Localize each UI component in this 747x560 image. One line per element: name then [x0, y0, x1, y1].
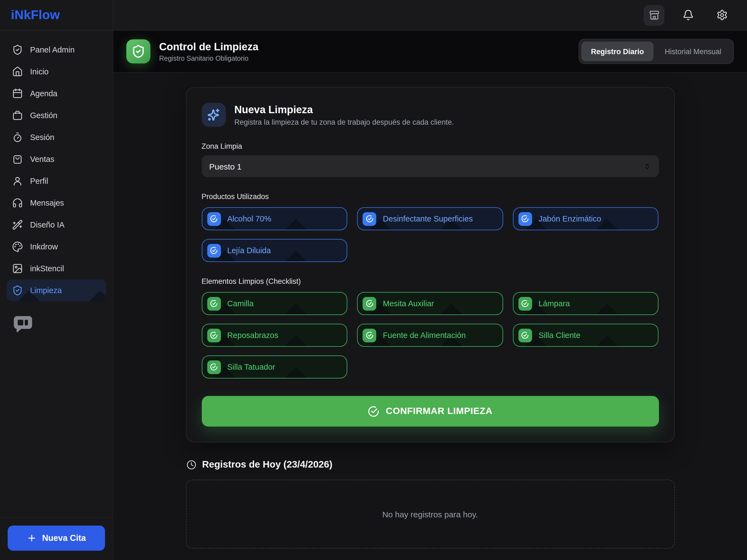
sparkles-icon	[206, 107, 221, 122]
store-icon	[648, 9, 660, 21]
checklist-chip[interactable]: Reposabrazos	[202, 324, 347, 347]
shield-check-icon	[12, 44, 23, 55]
nueva-limpieza-card: Nueva Limpieza Registra la limpieza de t…	[186, 87, 674, 442]
check-circle-icon	[363, 297, 376, 310]
timer-icon	[12, 132, 23, 143]
app-logo: iNkFlow	[11, 8, 60, 22]
product-chip-label: Alcohol 70%	[227, 214, 271, 223]
sidebar-item-agenda[interactable]: Agenda	[6, 82, 106, 104]
sidebar-item-label: Sesión	[30, 133, 54, 142]
checklist-chip-label: Silla Tatuador	[227, 362, 275, 371]
confirmar-limpieza-button[interactable]: CONFIRMAR LIMPIEZA	[202, 396, 659, 427]
check-circle-icon	[518, 212, 532, 226]
page-title: Control de Limpieza	[159, 41, 258, 53]
productos-grid: Alcohol 70% Desinfectante Superficies Ja…	[202, 207, 659, 262]
check-circle-icon	[207, 360, 221, 374]
page-header-titles: Control de Limpieza Registro Sanitario O…	[159, 41, 258, 62]
sidebar-item-inkstencil[interactable]: inkStencil	[6, 258, 106, 279]
registros-header: Registros de Hoy (23/4/2026)	[186, 459, 674, 470]
check-circle-icon	[368, 405, 380, 417]
user-icon	[12, 176, 23, 186]
clock-icon	[186, 459, 197, 470]
checklist-chip[interactable]: Mesita Auxiliar	[357, 292, 503, 315]
image-icon	[12, 263, 23, 274]
product-chip[interactable]: Alcohol 70%	[202, 207, 347, 230]
checklist-chip[interactable]: Fuente de Alimentación	[357, 324, 503, 347]
wand-sparkles-icon	[12, 219, 23, 230]
page-icon-tile	[126, 40, 150, 63]
notifications-button[interactable]	[677, 5, 698, 25]
sidebar-nav: Panel Admin Inicio Agenda Gestión Sesión…	[0, 31, 113, 301]
product-chip-label: Lejía Diluida	[227, 246, 271, 255]
settings-button[interactable]	[712, 5, 732, 25]
plus-icon	[27, 533, 36, 543]
chat-widget-button[interactable]	[12, 313, 34, 335]
sidebar-item-perfil[interactable]: Perfil	[6, 170, 106, 192]
check-circle-icon	[207, 297, 221, 310]
bell-icon	[682, 9, 694, 21]
nueva-cita-button[interactable]: Nueva Cita	[8, 526, 105, 551]
checklist-label: Elementos Limpios (Checklist)	[202, 277, 659, 285]
sidebar-item-limpieza[interactable]: Limpieza	[6, 279, 106, 301]
check-circle-icon	[363, 212, 376, 226]
registros-empty-box: No hay registros para hoy.	[186, 480, 674, 549]
sidebar-item-label: Panel Admin	[30, 45, 75, 54]
sidebar-item-label: Diseño IA	[30, 221, 65, 229]
sidebar-item-label: Limpieza	[30, 286, 62, 295]
check-circle-icon	[207, 328, 221, 342]
sidebar-item-label: inkStencil	[30, 264, 64, 273]
checklist-chip-label: Lámpara	[539, 299, 570, 308]
content: Nueva Limpieza Registra la limpieza de t…	[113, 73, 747, 560]
sidebar-item-ventas[interactable]: Ventas	[6, 148, 106, 170]
sidebar-item-gestion[interactable]: Gestión	[6, 104, 106, 126]
product-chip[interactable]: Desinfectante Superficies	[357, 207, 503, 230]
zona-limpia-select[interactable]: Puesto 1	[202, 155, 659, 177]
sidebar-item-inicio[interactable]: Inicio	[6, 61, 106, 82]
page-header: Control de Limpieza Registro Sanitario O…	[113, 31, 747, 73]
tab-registro-diario[interactable]: Registro Diario	[581, 42, 654, 61]
checklist-chip-label: Fuente de Alimentación	[383, 331, 466, 339]
registros-section: Registros de Hoy (23/4/2026) No hay regi…	[186, 459, 674, 549]
registros-title: Registros de Hoy (23/4/2026)	[202, 459, 333, 470]
sidebar-item-diseno-ia[interactable]: Diseño IA	[6, 214, 106, 236]
shield-check-icon	[12, 285, 23, 296]
store-button[interactable]	[644, 5, 664, 25]
sparkles-tile	[202, 103, 226, 127]
sidebar-item-sesion[interactable]: Sesión	[6, 126, 106, 148]
sidebar-footer: Nueva Cita	[0, 517, 113, 560]
sidebar-item-panel-admin[interactable]: Panel Admin	[6, 39, 106, 61]
gear-icon	[716, 9, 728, 21]
tab-historial-mensual[interactable]: Historial Mensual	[655, 42, 731, 61]
main-area: Control de Limpieza Registro Sanitario O…	[113, 0, 747, 560]
checklist-chip-label: Camilla	[227, 299, 254, 308]
product-chip[interactable]: Jabón Enzimático	[513, 207, 659, 230]
shopping-bag-icon	[12, 154, 23, 164]
confirmar-limpieza-label: CONFIRMAR LIMPIEZA	[386, 406, 492, 417]
check-circle-icon	[207, 244, 221, 257]
checklist-chip-label: Reposabrazos	[227, 331, 278, 339]
checklist-chip[interactable]: Camilla	[202, 292, 347, 315]
sidebar: iNkFlow Panel Admin Inicio Agenda Gestió…	[0, 0, 113, 560]
product-chip-label: Desinfectante Superficies	[383, 214, 473, 223]
checklist-chip[interactable]: Lámpara	[513, 292, 659, 315]
palette-icon	[12, 241, 23, 252]
sidebar-item-label: Inkdrow	[30, 242, 58, 251]
card-subtitle: Registra la limpieza de tu zona de traba…	[234, 118, 454, 126]
card-title: Nueva Limpieza	[234, 104, 454, 116]
sidebar-item-mensajes[interactable]: Mensajes	[6, 192, 106, 214]
checklist-chip[interactable]: Silla Tatuador	[202, 355, 347, 378]
checklist-chip[interactable]: Silla Cliente	[513, 324, 659, 347]
logo-box: iNkFlow	[0, 0, 113, 31]
view-toggle: Registro Diario Historial Mensual	[578, 39, 734, 64]
check-circle-icon	[518, 297, 532, 310]
checklist-chip-label: Mesita Auxiliar	[383, 299, 434, 308]
sidebar-item-inkdrow[interactable]: Inkdrow	[6, 236, 106, 258]
card-titles: Nueva Limpieza Registra la limpieza de t…	[234, 104, 454, 126]
page-subtitle: Registro Sanitario Obligatorio	[159, 54, 258, 62]
product-chip[interactable]: Lejía Diluida	[202, 239, 347, 262]
sidebar-item-label: Inicio	[30, 67, 49, 76]
card-header: Nueva Limpieza Registra la limpieza de t…	[202, 103, 659, 127]
sidebar-item-label: Mensajes	[30, 199, 64, 207]
zona-limpia-value: Puesto 1	[209, 161, 241, 171]
chat-bubble-icon	[12, 313, 34, 335]
